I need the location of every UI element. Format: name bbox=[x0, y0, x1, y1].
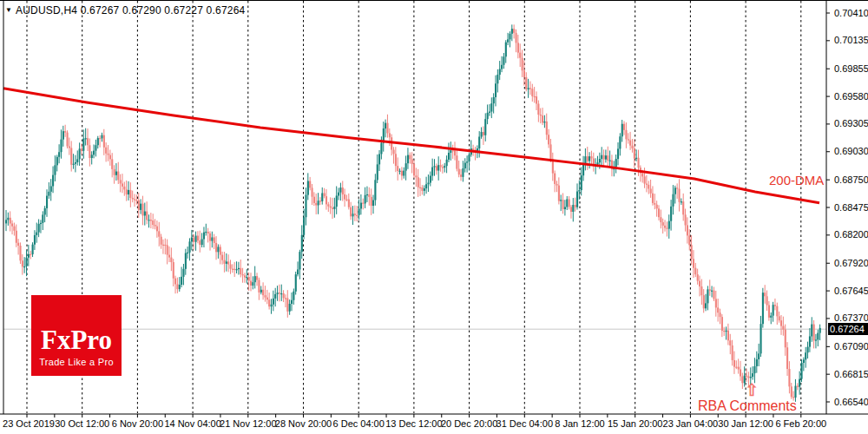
candle-body bbox=[374, 180, 376, 200]
candle-body bbox=[238, 268, 240, 269]
candle-body bbox=[711, 291, 713, 292]
candle-body bbox=[729, 340, 731, 345]
time-axis-label: 13 Dec 12:00 bbox=[385, 418, 442, 429]
candle-body bbox=[776, 306, 778, 317]
price-axis-label: 0.66540 bbox=[834, 397, 868, 407]
candle-body bbox=[638, 158, 640, 168]
candle-body bbox=[19, 246, 21, 260]
candle-body bbox=[466, 161, 468, 162]
price-axis-label: 0.67920 bbox=[834, 258, 868, 268]
candle-body bbox=[277, 293, 279, 294]
candle-body bbox=[69, 147, 70, 148]
candle-body bbox=[634, 148, 635, 159]
time-axis-label: 20 Dec 20:00 bbox=[441, 418, 497, 429]
time-axis-label: 14 Nov 04:00 bbox=[164, 418, 220, 429]
candle-body bbox=[319, 201, 321, 201]
candle-body bbox=[534, 96, 536, 97]
candle-body bbox=[327, 204, 329, 206]
candle-body bbox=[50, 186, 52, 191]
candle-body bbox=[546, 122, 548, 135]
candle-body bbox=[419, 187, 421, 188]
candle-body bbox=[95, 145, 96, 150]
symbol-dropdown-icon[interactable]: ▼ bbox=[5, 6, 12, 14]
candle-body bbox=[389, 133, 391, 137]
candle-body bbox=[529, 88, 531, 89]
candle-body bbox=[209, 233, 211, 241]
candle-body bbox=[339, 187, 341, 193]
candle-body bbox=[762, 293, 764, 324]
candle-body bbox=[223, 260, 225, 264]
candle-body bbox=[256, 276, 258, 279]
candle-body bbox=[666, 228, 667, 229]
candle-body bbox=[285, 298, 286, 299]
candle-body bbox=[44, 208, 46, 215]
candle-body bbox=[694, 268, 696, 274]
candle-body bbox=[232, 269, 233, 270]
candle-body bbox=[221, 255, 223, 260]
candle-body bbox=[554, 174, 556, 184]
candle-body bbox=[415, 175, 417, 177]
candle-body bbox=[10, 218, 11, 224]
candle-body bbox=[444, 166, 445, 168]
candle-body bbox=[81, 148, 82, 150]
candle-body bbox=[129, 190, 131, 198]
candle-body bbox=[454, 150, 456, 155]
candle-body bbox=[395, 154, 397, 166]
candle-body bbox=[450, 150, 451, 153]
candle-body bbox=[805, 352, 806, 359]
candle-body bbox=[413, 164, 415, 175]
candle-body bbox=[312, 187, 313, 196]
candle-body bbox=[279, 293, 280, 293]
candle-body bbox=[345, 200, 347, 201]
candle-body bbox=[148, 220, 150, 220]
candle-body bbox=[189, 241, 191, 253]
candle-body bbox=[525, 77, 527, 89]
candle-body bbox=[354, 214, 356, 215]
candle-body bbox=[244, 275, 246, 277]
candle-body bbox=[564, 207, 566, 209]
candle-body bbox=[421, 187, 423, 191]
candle-body bbox=[652, 194, 654, 203]
candle-body bbox=[161, 237, 162, 245]
candle-body bbox=[499, 69, 501, 76]
candle-body bbox=[411, 159, 413, 164]
candle-body bbox=[487, 113, 489, 119]
candle-body bbox=[773, 305, 774, 315]
up-arrow-icon: ⇧ bbox=[745, 380, 759, 400]
candle-body bbox=[558, 186, 560, 201]
candle-body bbox=[240, 268, 241, 274]
candle-body bbox=[760, 324, 762, 353]
candle-body bbox=[672, 194, 674, 207]
candle-body bbox=[584, 156, 586, 163]
ma-annotation-label: 200-DMA bbox=[769, 173, 824, 187]
candle-body bbox=[609, 161, 611, 161]
candle-body bbox=[195, 236, 197, 242]
candle-body bbox=[250, 281, 252, 286]
candle-body bbox=[531, 89, 533, 96]
candle-body bbox=[770, 316, 772, 318]
candle-body bbox=[293, 292, 294, 300]
candle-body bbox=[62, 131, 64, 139]
candle-body bbox=[517, 43, 519, 52]
candle-body bbox=[101, 135, 102, 139]
candle-body bbox=[700, 286, 702, 295]
candle-body bbox=[437, 165, 439, 170]
candle-body bbox=[536, 96, 537, 103]
candle-body bbox=[587, 156, 589, 161]
candle-body bbox=[108, 154, 109, 155]
chart-canvas[interactable] bbox=[0, 0, 868, 434]
fxpro-logo-title: FxPro bbox=[41, 327, 112, 353]
candle-body bbox=[405, 163, 407, 170]
candle-body bbox=[418, 177, 419, 187]
candle-body bbox=[36, 233, 37, 235]
candle-body bbox=[733, 360, 735, 367]
candle-body bbox=[307, 181, 309, 195]
candle-body bbox=[187, 253, 188, 253]
candle-body bbox=[458, 169, 460, 175]
candle-body bbox=[85, 138, 87, 139]
candle-body bbox=[233, 269, 235, 270]
candle-body bbox=[740, 370, 741, 377]
candle-body bbox=[431, 168, 433, 176]
candle-body bbox=[54, 165, 56, 174]
candle-body bbox=[641, 174, 643, 177]
